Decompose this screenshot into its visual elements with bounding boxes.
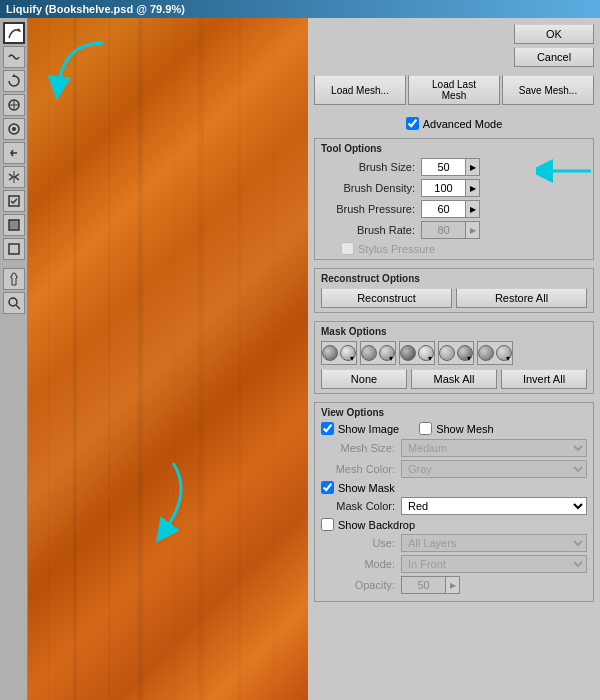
stylus-pressure-checkbox — [341, 242, 354, 255]
mask-icon-btn-1[interactable] — [321, 341, 357, 365]
show-backdrop-checkbox[interactable] — [321, 518, 334, 531]
tool-twirl-cw[interactable] — [3, 70, 25, 92]
show-mask-label: Show Mask — [338, 482, 395, 494]
ok-button[interactable]: OK — [514, 24, 594, 44]
brush-pressure-label: Brush Pressure: — [321, 203, 421, 215]
arrow-density-indicator — [536, 151, 596, 191]
use-label: Use: — [321, 537, 401, 549]
mask-all-button[interactable]: Mask All — [411, 369, 497, 389]
view-options-section: View Options Show Image Show Mesh Mesh S… — [314, 402, 594, 602]
tool-push-left[interactable] — [3, 142, 25, 164]
mask-icon-btn-2[interactable] — [360, 341, 396, 365]
use-dropdown: All Layers — [401, 534, 587, 552]
mesh-size-label: Mesh Size: — [321, 442, 401, 454]
mesh-buttons-row: Load Mesh... Load Last Mesh Save Mesh... — [314, 75, 594, 105]
brush-rate-row: Brush Rate: 80 ▶ — [321, 221, 587, 239]
load-last-mesh-button[interactable]: Load Last Mesh — [408, 75, 500, 105]
svg-line-12 — [16, 305, 20, 309]
brush-density-input[interactable]: 100 — [421, 179, 466, 197]
advanced-mode-checkbox[interactable] — [406, 117, 419, 130]
mesh-size-row: Mesh Size: Medium — [321, 439, 587, 457]
brush-pressure-input[interactable]: 60 — [421, 200, 466, 218]
mask-options-section: Mask Options — [314, 321, 594, 394]
view-options-title: View Options — [321, 407, 587, 418]
mesh-color-dropdown: Gray — [401, 460, 587, 478]
show-backdrop-label: Show Backdrop — [338, 519, 415, 531]
advanced-mode-row: Advanced Mode — [314, 117, 594, 130]
brush-size-label: Brush Size: — [321, 161, 421, 173]
opacity-label: Opacity: — [321, 579, 401, 591]
invert-all-button[interactable]: Invert All — [501, 369, 587, 389]
mesh-color-label: Mesh Color: — [321, 463, 401, 475]
title-bar: Liquify (Bookshelve.psd @ 79.9%) — [0, 0, 600, 18]
load-mesh-button[interactable]: Load Mesh... — [314, 75, 406, 105]
advanced-mode-label: Advanced Mode — [423, 118, 503, 130]
mesh-color-row: Mesh Color: Gray — [321, 460, 587, 478]
mesh-size-dropdown: Medium — [401, 439, 587, 457]
reconstruct-buttons-row: Reconstruct Restore All — [321, 288, 587, 308]
mode-dropdown: In Front — [401, 555, 587, 573]
tool-warp[interactable] — [3, 22, 25, 44]
restore-all-button[interactable]: Restore All — [456, 288, 587, 308]
show-backdrop-row: Show Backdrop — [321, 518, 587, 531]
title-text: Liquify (Bookshelve.psd @ 79.9%) — [6, 3, 185, 15]
stylus-pressure-row: Stylus Pressure — [321, 242, 587, 255]
brush-pressure-spin[interactable]: ▶ — [466, 200, 480, 218]
brush-size-spin[interactable]: ▶ — [466, 158, 480, 176]
show-mesh-label: Show Mesh — [436, 423, 493, 435]
show-image-checkbox[interactable] — [321, 422, 334, 435]
tool-bloat[interactable] — [3, 118, 25, 140]
opacity-input — [401, 576, 446, 594]
svg-point-6 — [12, 127, 16, 131]
stylus-pressure-label: Stylus Pressure — [358, 243, 435, 255]
brush-density-label: Brush Density: — [321, 182, 421, 194]
svg-rect-10 — [9, 244, 19, 254]
mask-color-dropdown[interactable]: Red Green Blue — [401, 497, 587, 515]
tool-turbulence[interactable] — [3, 46, 25, 68]
show-mesh-row: Show Mesh — [419, 422, 493, 435]
brush-size-input[interactable]: 50 — [421, 158, 466, 176]
tool-zoom[interactable] — [3, 292, 25, 314]
brush-rate-label: Brush Rate: — [321, 224, 421, 236]
save-mesh-button[interactable]: Save Mesh... — [502, 75, 594, 105]
tool-mirror[interactable] — [3, 166, 25, 188]
reconstruct-button[interactable]: Reconstruct — [321, 288, 452, 308]
show-image-row: Show Image — [321, 422, 399, 435]
show-image-label: Show Image — [338, 423, 399, 435]
tool-reconstruct[interactable] — [3, 190, 25, 212]
mask-options-title: Mask Options — [321, 326, 587, 337]
none-button[interactable]: None — [321, 369, 407, 389]
tool-freeze-mask[interactable] — [3, 214, 25, 236]
opacity-row: Opacity: ▶ — [321, 576, 587, 594]
show-mesh-checkbox[interactable] — [419, 422, 432, 435]
mask-action-buttons: None Mask All Invert All — [321, 369, 587, 389]
tool-hand[interactable] — [3, 268, 25, 290]
tool-thaw-mask[interactable] — [3, 238, 25, 260]
mask-icon-btn-4[interactable] — [438, 341, 474, 365]
mode-label: Mode: — [321, 558, 401, 570]
show-mask-checkbox[interactable] — [321, 481, 334, 494]
cancel-button[interactable]: Cancel — [514, 47, 594, 67]
mask-color-row: Mask Color: Red Green Blue — [321, 497, 587, 515]
ok-cancel-section: OK Cancel — [314, 24, 594, 67]
opacity-spin: ▶ — [446, 576, 460, 594]
brush-pressure-row: Brush Pressure: 60 ▶ — [321, 200, 587, 218]
mask-icon-btn-5[interactable] — [477, 341, 513, 365]
mask-icons-row — [321, 341, 587, 365]
brush-density-spin[interactable]: ▶ — [466, 179, 480, 197]
brush-rate-spin: ▶ — [466, 221, 480, 239]
tool-pucker[interactable] — [3, 94, 25, 116]
right-panel: OK Cancel Load Mesh... Load Last Mesh Sa… — [308, 18, 600, 700]
canvas-area[interactable] — [28, 18, 308, 700]
toolbar — [0, 18, 28, 700]
mask-icon-btn-3[interactable] — [399, 341, 435, 365]
mask-color-label: Mask Color: — [321, 500, 401, 512]
arrow-indicator-mid — [143, 463, 193, 533]
arrow-indicator-top — [43, 33, 103, 83]
svg-rect-9 — [9, 220, 19, 230]
show-image-mesh-row: Show Image Show Mesh — [321, 422, 587, 435]
show-mask-row: Show Mask — [321, 481, 587, 494]
mode-row: Mode: In Front — [321, 555, 587, 573]
svg-point-11 — [9, 298, 17, 306]
use-row: Use: All Layers — [321, 534, 587, 552]
